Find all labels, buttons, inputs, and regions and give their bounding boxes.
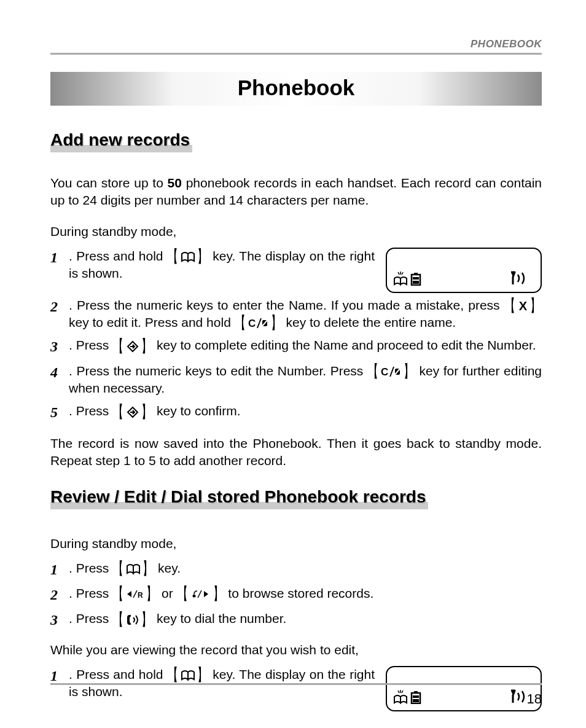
step-1: 1 . Press 【 】 key. (50, 560, 542, 579)
section-review-edit-dial: Review / Edit / Dial stored Phonebook re… (50, 485, 542, 715)
c-mute-key-icon: 【 C 】 (235, 316, 283, 330)
running-header: PHONEBOOK (50, 38, 542, 50)
steps-list-2: 1 . Press 【 】 key. 2 . Press 【 R 】 or 【 … (50, 560, 542, 630)
svg-text:R: R (138, 591, 143, 599)
right-flash-key-icon: 【 】 (177, 587, 225, 601)
svg-line-2 (402, 272, 403, 275)
svg-rect-6 (413, 277, 419, 280)
step-2: 2 . Press 【 R 】 or 【 】 to browse stored … (50, 585, 542, 605)
talk-key-icon: 【 】 (112, 613, 153, 627)
left-redial-key-icon: 【 R 】 (112, 587, 158, 601)
svg-line-0 (398, 272, 399, 275)
standby-label: During standby mode, (50, 536, 542, 551)
svg-line-18 (198, 590, 201, 598)
steps-list-1b: 2 . Press the numeric keys to enter the … (50, 297, 542, 423)
lcd-preview-2 (386, 666, 542, 711)
svg-rect-5 (413, 281, 419, 284)
phonebook-key-icon: 【 】 (167, 668, 209, 682)
section-heading: Review / Edit / Dial stored Phonebook re… (50, 485, 428, 509)
svg-point-17 (192, 595, 195, 598)
phonebook-key-icon: 【 】 (167, 250, 209, 264)
standby-label: During standby mode, (50, 224, 542, 239)
manual-page: PHONEBOOK Phonebook Add new records You … (0, 0, 586, 728)
step-5: 5 . Press 【 】 key to confirm. (50, 402, 542, 422)
step-3: 3 . Press 【 】 key to dial the number. (50, 610, 542, 630)
svg-line-19 (398, 691, 399, 693)
x-key-icon: 【X】 (504, 299, 542, 313)
section-heading: Add new records (50, 128, 192, 152)
top-rule (50, 53, 542, 55)
page-number: 18 (527, 691, 542, 707)
svg-text:C: C (381, 366, 388, 377)
svg-rect-24 (413, 699, 419, 702)
svg-line-12 (390, 367, 394, 377)
phonebook-battery-icon (393, 270, 426, 288)
outro-text: The record is now saved into the Phonebo… (50, 435, 542, 470)
enter-key-icon: 【 】 (112, 340, 153, 353)
section-add-new-records: Add new records You can store up to 50 p… (50, 128, 542, 470)
bottom-rule (50, 683, 542, 685)
phonebook-key-icon: 【 】 (112, 562, 154, 576)
antenna-signal-icon (509, 270, 534, 288)
svg-rect-4 (414, 273, 418, 275)
c-mute-key-icon: 【 C 】 (367, 365, 415, 378)
svg-text:C: C (248, 318, 256, 329)
svg-line-8 (257, 318, 261, 328)
intro-text: You can store up to 50 phonebook records… (50, 174, 542, 209)
svg-line-15 (133, 590, 137, 598)
step-2: 2 . Press the numeric keys to enter the … (50, 297, 542, 332)
svg-rect-23 (414, 691, 418, 693)
lcd-preview-1 (386, 248, 542, 293)
step-4: 4 . Press the numeric keys to edit the N… (50, 362, 542, 397)
svg-line-21 (402, 691, 403, 693)
step-3: 3 . Press 【 】 key to complete editing th… (50, 337, 542, 356)
page-title-bar: Phonebook (50, 72, 542, 106)
viewing-label: While you are viewing the record that yo… (50, 643, 542, 657)
svg-rect-25 (413, 695, 419, 698)
step-1: 1 . Press and hold 【 】 key. The display … (50, 248, 375, 283)
phonebook-battery-icon (393, 688, 426, 706)
enter-key-icon: 【 】 (112, 405, 153, 419)
